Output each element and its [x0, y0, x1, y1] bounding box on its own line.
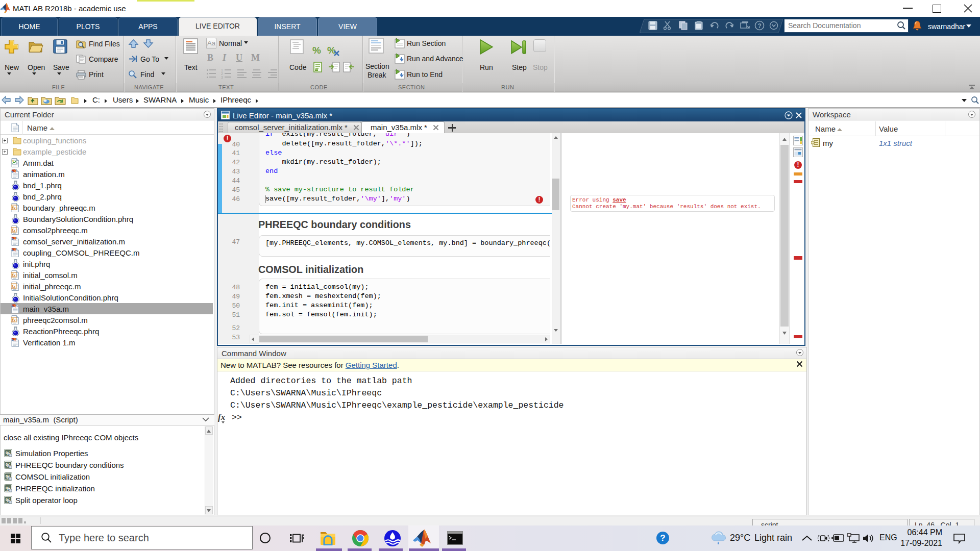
- svg-text:1: 1: [221, 68, 223, 72]
- svg-text:2: 2: [221, 72, 223, 76]
- svg-text:?: ?: [758, 22, 762, 30]
- svg-text:3: 3: [221, 76, 223, 79]
